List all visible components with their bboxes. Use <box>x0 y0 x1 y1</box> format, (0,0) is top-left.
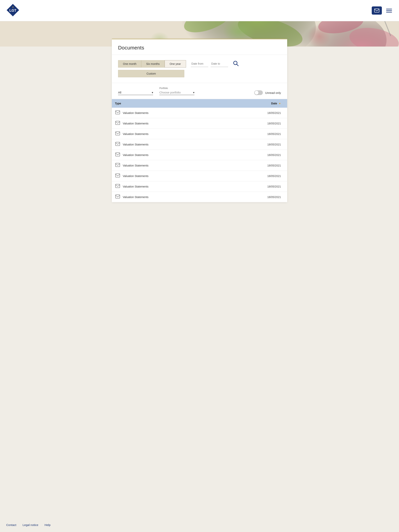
envelope-icon <box>115 184 120 189</box>
col-date[interactable]: Date ▼ <box>223 99 287 108</box>
menu-line-2 <box>386 10 392 11</box>
header: LGT ♛ <box>0 0 399 21</box>
svg-rect-16 <box>116 132 120 135</box>
custom-button[interactable]: Custom <box>118 70 184 77</box>
documents-header: Documents <box>112 39 287 55</box>
svg-text:♛: ♛ <box>12 6 14 8</box>
table-row[interactable]: Valuation Statements 18/05/2021 <box>112 160 287 171</box>
type-filter-select[interactable]: All ▾ <box>118 90 153 95</box>
search-button[interactable] <box>232 60 240 68</box>
table-body: Valuation Statements 18/05/2021 Valuatio… <box>112 108 287 202</box>
doc-type-label: Valuation Statements <box>123 143 148 146</box>
svg-rect-20 <box>116 174 120 177</box>
svg-rect-3 <box>374 9 379 12</box>
period-one-month[interactable]: One month <box>118 60 141 68</box>
svg-rect-22 <box>116 195 120 198</box>
type-cell: Valuation Statements <box>115 184 220 189</box>
doc-date: 18/05/2021 <box>223 118 287 129</box>
svg-point-7 <box>181 21 235 38</box>
svg-rect-17 <box>116 142 120 146</box>
type-cell: Valuation Statements <box>115 152 220 157</box>
portfolio-filter-select[interactable]: Choose portfolio ▾ <box>159 90 194 95</box>
table-row[interactable]: Valuation Statements 18/05/2021 <box>112 118 287 129</box>
menu-line-3 <box>386 12 392 13</box>
mail-button[interactable] <box>372 6 382 15</box>
svg-rect-21 <box>116 184 120 188</box>
type-cell: Valuation Statements <box>115 195 220 199</box>
table-row[interactable]: Valuation Statements 18/05/2021 <box>112 129 287 139</box>
menu-line-1 <box>386 9 392 9</box>
doc-type-label: Valuation Statements <box>123 185 148 188</box>
unread-toggle[interactable] <box>254 90 263 95</box>
menu-button[interactable] <box>385 8 393 13</box>
filter-row-periods: One month Six months One year <box>118 60 281 68</box>
envelope-icon <box>115 142 120 147</box>
logo: LGT ♛ <box>6 4 19 18</box>
portfolio-chevron-icon: ▾ <box>193 91 194 94</box>
filter-bar: All ▾ Portfolio Choose portfolio ▾ Unrea… <box>112 83 287 99</box>
documents-table-wrapper: Type Date ▼ <box>112 99 287 202</box>
svg-line-13 <box>237 64 238 66</box>
table-header: Type Date ▼ <box>112 99 287 108</box>
header-icons <box>372 6 393 15</box>
doc-date: 18/05/2021 <box>223 139 287 150</box>
table-row[interactable]: Valuation Statements 18/05/2021 <box>112 181 287 192</box>
type-cell: Valuation Statements <box>115 121 220 126</box>
doc-type-label: Valuation Statements <box>123 174 148 177</box>
doc-type-label: Valuation Statements <box>123 111 148 114</box>
sort-arrow: ▼ <box>279 102 281 105</box>
footer-link[interactable]: Contact <box>6 523 16 526</box>
envelope-icon <box>115 110 120 115</box>
svg-rect-19 <box>116 163 120 167</box>
table-row[interactable]: Valuation Statements 18/05/2021 <box>112 108 287 118</box>
type-filter-group: All ▾ <box>118 90 153 95</box>
doc-type-label: Valuation Statements <box>123 196 148 199</box>
envelope-icon <box>115 121 120 126</box>
unread-label: Unread only <box>265 91 281 95</box>
doc-date: 18/05/2021 <box>223 129 287 139</box>
period-six-months[interactable]: Six months <box>141 60 164 68</box>
table-row[interactable]: Valuation Statements 18/05/2021 <box>112 150 287 160</box>
envelope-icon <box>115 132 120 136</box>
envelope-icon <box>115 163 120 168</box>
documents-card: Documents One month Six months One year <box>112 39 287 202</box>
footer-link[interactable]: Legal notice <box>23 523 38 526</box>
type-chevron-icon: ▾ <box>152 91 153 94</box>
svg-line-11 <box>382 21 391 36</box>
type-cell: Valuation Statements <box>115 110 220 115</box>
date-from-input[interactable] <box>191 61 208 67</box>
main-content: Documents One month Six months One year <box>0 47 399 517</box>
type-cell: Valuation Statements <box>115 163 220 168</box>
table-row[interactable]: Valuation Statements 18/05/2021 <box>112 139 287 150</box>
doc-date: 18/05/2021 <box>223 160 287 171</box>
portfolio-filter-value: Choose portfolio <box>159 91 193 94</box>
type-cell: Valuation Statements <box>115 132 220 136</box>
svg-point-9 <box>317 21 365 36</box>
documents-table: Type Date ▼ <box>112 99 287 202</box>
doc-type-label: Valuation Statements <box>123 164 148 167</box>
envelope-icon <box>115 173 120 178</box>
doc-type-label: Valuation Statements <box>123 153 148 157</box>
page-title: Documents <box>118 45 281 51</box>
svg-point-10 <box>348 24 399 47</box>
date-to-input[interactable] <box>211 61 228 67</box>
doc-date: 18/05/2021 <box>223 108 287 118</box>
period-one-year[interactable]: One year <box>165 60 186 68</box>
footer: ContactLegal noticeHelp <box>0 517 399 532</box>
svg-rect-18 <box>116 153 120 156</box>
filter-area: One month Six months One year Custom <box>112 55 287 83</box>
unread-toggle-group: Unread only <box>254 90 281 95</box>
footer-link[interactable]: Help <box>45 523 51 526</box>
custom-row: Custom <box>118 70 281 77</box>
date-range-group <box>191 60 240 68</box>
envelope-icon <box>115 152 120 157</box>
doc-date: 18/05/2021 <box>223 192 287 202</box>
table-row[interactable]: Valuation Statements 18/05/2021 <box>112 192 287 202</box>
svg-text:LGT: LGT <box>9 9 16 13</box>
svg-rect-14 <box>116 111 120 114</box>
type-filter-value: All <box>118 91 152 94</box>
doc-date: 18/05/2021 <box>223 181 287 192</box>
type-cell: Valuation Statements <box>115 173 220 178</box>
col-type: Type <box>112 99 223 108</box>
table-row[interactable]: Valuation Statements 18/05/2021 <box>112 171 287 181</box>
